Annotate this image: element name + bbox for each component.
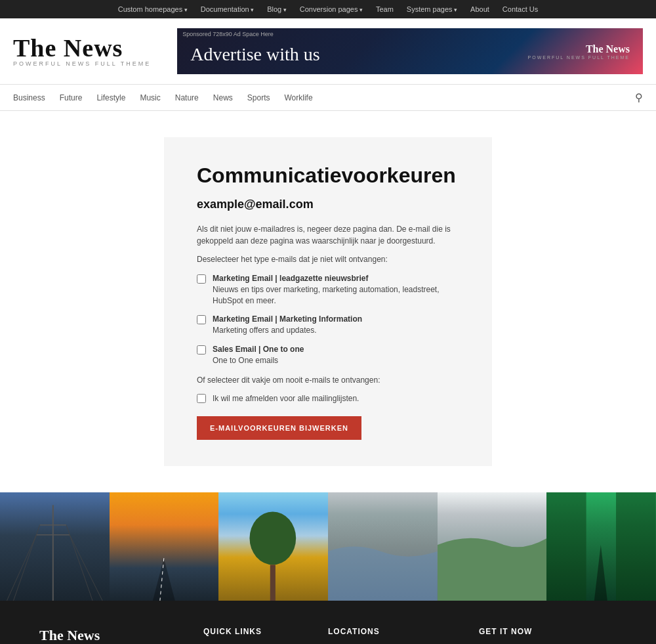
svg-line-5: [7, 534, 36, 600]
preferences-title: Communicatievoorkeuren: [197, 163, 459, 188]
checkbox-sales-email[interactable]: [197, 345, 206, 354]
cat-sports[interactable]: Sports: [247, 93, 270, 102]
preferences-or-text: Of selecteer dit vakje om nooit e-mails …: [197, 376, 459, 385]
checkbox-item-0: Marketing Email | leadgazette nieuwsbrie…: [197, 273, 459, 306]
nav-conversion-pages[interactable]: Conversion pages: [300, 5, 363, 13]
svg-rect-12: [546, 492, 586, 601]
photo-strip: [0, 492, 656, 601]
photo-4: [328, 492, 438, 601]
footer-getit-col: GET IT NOW Get this HubSpot theme in the…: [479, 627, 610, 644]
cat-business[interactable]: Business: [13, 93, 45, 102]
ad-logo-subtitle: POWERFUL NEWS FULL THEME: [528, 55, 630, 60]
ad-banner[interactable]: Sponsored 728x90 Ad Space Here Advertise…: [177, 28, 643, 74]
svg-rect-13: [616, 492, 656, 601]
ad-sponsored-label: Sponsored 728x90 Ad Space Here: [182, 31, 274, 37]
checkbox-unsubscribe[interactable]: [197, 394, 206, 403]
checkbox-label-1: Marketing Email | Marketing Information …: [213, 314, 362, 336]
svg-line-6: [70, 534, 103, 600]
svg-marker-7: [152, 558, 174, 601]
checkbox-label-0: Marketing Email | leadgazette nieuwsbrie…: [213, 273, 459, 306]
cat-music[interactable]: Music: [140, 93, 160, 102]
nav-contact[interactable]: Contact Us: [502, 5, 538, 13]
update-preferences-button[interactable]: E-MAILVOORKEUREN BIJWERKEN: [197, 416, 361, 440]
footer-quicklinks-title: QUICK LINKS: [203, 627, 308, 636]
header: The News POWERFUL NEWS FULL THEME Sponso…: [0, 18, 656, 85]
search-icon[interactable]: ⚲: [635, 91, 643, 104]
svg-rect-10: [270, 565, 276, 601]
preferences-box: Communicatievoorkeuren example@email.com…: [164, 137, 492, 466]
footer-grid: The News POWERFUL NEWS FULL THEME Magazi…: [39, 627, 617, 644]
nav-blog[interactable]: Blog: [267, 5, 287, 13]
ad-logo-title: The News: [528, 43, 630, 55]
nav-team[interactable]: Team: [376, 5, 394, 13]
footer-locations-col: LOCATIONS Acme Corporation 4020 Single S…: [328, 627, 459, 644]
footer: The News POWERFUL NEWS FULL THEME Magazi…: [0, 601, 656, 644]
unsubscribe-item: Ik wil me afmelden voor alle mailinglijs…: [197, 394, 459, 403]
cat-future[interactable]: Future: [60, 93, 83, 102]
logo-title: The News: [13, 35, 151, 60]
checkbox-label-2: Sales Email | One to one One to One emai…: [213, 344, 304, 366]
unsubscribe-label: Ik wil me afmelden voor alle mailinglijs…: [213, 394, 359, 403]
logo-area[interactable]: The News POWERFUL NEWS FULL THEME: [13, 35, 151, 67]
footer-brand-col: The News POWERFUL NEWS FULL THEME Magazi…: [39, 627, 184, 644]
checkbox-item-2: Sales Email | One to one One to One emai…: [197, 344, 459, 366]
footer-locations-title: LOCATIONS: [328, 627, 459, 636]
nav-custom-homepages[interactable]: Custom homepages: [118, 5, 188, 13]
ad-text: Advertise with us: [190, 44, 320, 65]
cat-lifestyle[interactable]: Lifestyle: [96, 93, 125, 102]
main-content: Communicatievoorkeuren example@email.com…: [0, 111, 656, 492]
checkbox-group: Marketing Email | leadgazette nieuwsbrie…: [197, 273, 459, 366]
preferences-email: example@email.com: [197, 198, 459, 211]
footer-logo: The News POWERFUL NEWS FULL THEME: [39, 627, 184, 644]
footer-getit-title: GET IT NOW: [479, 627, 610, 636]
top-nav: Custom homepages Documentation Blog Conv…: [0, 0, 656, 18]
checkbox-marketing-email[interactable]: [197, 274, 206, 284]
nav-documentation[interactable]: Documentation: [201, 5, 255, 13]
preferences-description: Als dit niet jouw e-mailadres is, negeer…: [197, 223, 459, 247]
photo-6: [546, 492, 656, 601]
photo-3: [218, 492, 328, 601]
logo-subtitle: POWERFUL NEWS FULL THEME: [13, 60, 151, 67]
nav-about[interactable]: About: [470, 5, 489, 13]
checkbox-item-1: Marketing Email | Marketing Information …: [197, 314, 459, 336]
checkbox-marketing-info[interactable]: [197, 315, 206, 324]
footer-quicklinks-col: QUICK LINKS About Magazine Contact Us Te…: [203, 627, 308, 644]
nav-system-pages[interactable]: System pages: [407, 5, 457, 13]
photo-1: [0, 492, 110, 601]
footer-logo-title: The News: [39, 627, 184, 644]
svg-marker-11: [594, 545, 607, 601]
svg-point-9: [250, 511, 297, 565]
preferences-instruction: Deselecteer het type e-mails dat je niet…: [197, 255, 459, 264]
cat-nature[interactable]: Nature: [175, 93, 199, 102]
cat-news[interactable]: News: [213, 93, 233, 102]
ad-logo: The News POWERFUL NEWS FULL THEME: [528, 43, 630, 60]
category-nav: Business Future Lifestyle Music Nature N…: [0, 85, 656, 111]
photo-2: [110, 492, 219, 601]
cat-worklife[interactable]: Worklife: [285, 93, 313, 102]
photo-5: [438, 492, 547, 601]
